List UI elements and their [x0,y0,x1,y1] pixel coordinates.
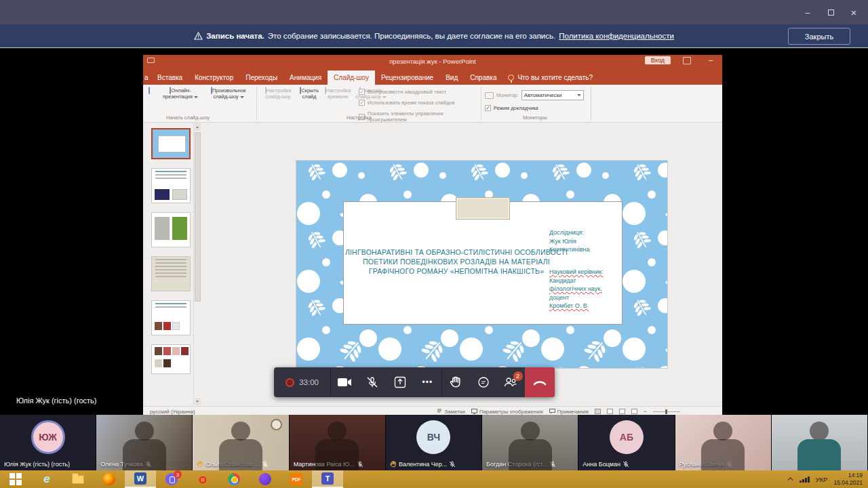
participant-tile[interactable]: АБ Анна Боцман [578,415,675,470]
slide-thumbnail-1[interactable] [151,128,191,159]
tab-design[interactable]: Конструктор [189,70,239,85]
participant-tile[interactable]: Мартинова Раіса Ю... [290,415,386,470]
media-controls-checkbox-row[interactable]: ✓Показать элементы управления проигрыват… [359,110,481,123]
notes-button[interactable]: Заметки [437,409,465,415]
narration-checkbox-row[interactable]: ✓Воспроизвести закадровый текст [359,89,481,95]
share-button[interactable] [386,367,414,397]
comments-button[interactable]: Примечания [549,409,589,415]
scrollbar-thumb[interactable] [195,132,201,302]
zoom-out-icon[interactable]: − [644,408,647,415]
slide-sorter-view-icon[interactable] [607,409,613,414]
timings-checkbox-row[interactable]: ✓Использовать время показа слайдов [359,100,481,106]
tab-transitions[interactable]: Переходы [239,70,283,85]
network-icon[interactable] [800,476,810,483]
tray-expand-icon[interactable] [787,477,793,483]
maximize-glyph [828,9,834,16]
taskbar-viber[interactable]: 3 [156,470,187,488]
camera-button[interactable] [331,367,359,397]
reading-view-icon[interactable] [619,409,625,414]
raise-hand-button[interactable] [442,367,470,397]
setup-slideshow-button[interactable]: Настройка слайд-шоу [260,87,296,100]
participants-strip: ЮЖ Юлія Жук (гість) (гость) Олена Тучков… [0,415,868,470]
normal-view-icon[interactable] [595,409,601,414]
scrollbar-up-icon[interactable] [195,123,201,131]
slide-thumbnail-6[interactable] [151,344,191,374]
tab-partial[interactable]: а [143,70,151,85]
participant-tile[interactable]: Богдан Стороха (гст... [482,415,578,470]
setup-slideshow-label: Настройка слайд-шоу [265,87,291,100]
tab-animations[interactable]: Анимация [283,70,328,85]
status-language[interactable]: русский (Украина) [150,409,195,415]
banner-bold-text: Запись начата. [206,32,264,40]
participant-tile[interactable]: ЮЖ Юлія Жук (гість) (гость) [0,415,96,470]
ribbon-display-options-icon[interactable] [683,57,691,64]
participant-tile[interactable]: Олена Тучкова [96,415,193,470]
monitor-row: Монитор: Автоматически [485,90,584,100]
hangup-button[interactable] [525,367,555,397]
more-options-button[interactable]: ••• [414,367,441,397]
powerpoint-minimize-icon[interactable]: – [709,56,713,64]
participant-tile[interactable]: ВЧ Валентина Чер... [386,415,482,470]
taskbar-purple-app[interactable] [250,470,281,488]
chrome-icon [228,473,240,485]
rehearse-timings-button[interactable]: Настройка времени [322,87,353,100]
slide-thumbnail-3[interactable] [151,212,191,247]
taskbar-word[interactable]: W [125,470,156,488]
participant-tile[interactable]: Ольга Станіслав ... [193,415,289,470]
tab-insert[interactable]: Вставка [151,70,189,85]
slide-thumbnail-4[interactable] [151,256,191,291]
slide-thumbnail-5[interactable] [151,300,191,336]
zoom-slider-handle[interactable] [665,409,667,414]
pdf-app-icon: PDF [290,473,302,485]
word-icon: W [134,472,146,485]
participant-tile[interactable] [772,415,868,470]
tab-review[interactable]: Рецензирование [375,70,439,85]
slide-thumbnail-2[interactable] [151,168,191,203]
window-close-icon[interactable]: × [842,0,865,24]
window-minimize-icon[interactable]: – [796,0,819,24]
comments-label: Примечания [557,409,589,415]
custom-slideshow-button[interactable]: Произвольное слайд-шоу [204,87,253,100]
privacy-policy-link[interactable]: Политика конфиденциальности [559,32,674,40]
banner-close-button[interactable]: Закрыть [788,28,850,45]
tray-language[interactable]: УКР [816,476,828,483]
microphone-button[interactable] [359,367,387,397]
chat-button[interactable] [469,367,497,397]
online-presentation-button[interactable]: Онлайн-презентация [159,87,201,100]
taskbar-opera[interactable]: O [187,470,218,488]
slideshow-view-icon[interactable] [631,409,637,414]
hide-slide-button[interactable]: Скрыть слайд [298,87,321,100]
taskbar-firefox[interactable] [94,470,125,488]
participant-name: Ольга Станіслав ... [205,461,259,468]
start-button[interactable] [0,470,31,488]
taskbar-file-explorer[interactable] [62,470,94,488]
zoom-slider[interactable] [653,411,680,412]
taskbar-internet-explorer[interactable]: e [31,470,62,488]
clipped-ribbon-button[interactable] [143,87,155,94]
scrollbar-down-icon[interactable] [195,398,201,405]
mic-off-icon [449,461,456,468]
taskbar-chrome[interactable] [218,470,250,488]
thumbnail-scrollbar[interactable] [193,123,201,406]
participants-badge: 2 [513,371,523,381]
monitor-dropdown[interactable]: Автоматически [521,90,584,100]
tell-me-search[interactable]: Что вы хотите сделать? [502,70,598,85]
ribbon-divider [591,87,591,120]
participant-name: Мартинова Раіса Ю... [294,461,355,468]
window-maximize-icon[interactable] [819,0,842,24]
tab-help[interactable]: Справка [464,70,502,85]
signin-button[interactable]: Вход [645,56,671,64]
participants-button[interactable]: 2 [497,367,525,397]
tab-slideshow[interactable]: Слайд-шоу [328,70,375,85]
tray-clock[interactable]: 14:1915.04.2021 [833,472,863,486]
participant-name: Богдан Стороха (гст... [486,461,547,468]
file-explorer-icon [72,475,84,484]
tab-view[interactable]: Вид [439,70,464,85]
participant-tile[interactable]: Руслана Савчук [675,415,772,470]
camera-icon [337,377,352,388]
researcher-line: Дослідниця: [549,228,627,237]
presenter-mode-checkbox-row[interactable]: ✓Режим докладчика [485,105,538,111]
taskbar-pdf-app[interactable]: PDF [281,470,312,488]
display-options-button[interactable]: Параметры отображения [471,409,543,415]
taskbar-teams[interactable]: T [312,470,343,488]
